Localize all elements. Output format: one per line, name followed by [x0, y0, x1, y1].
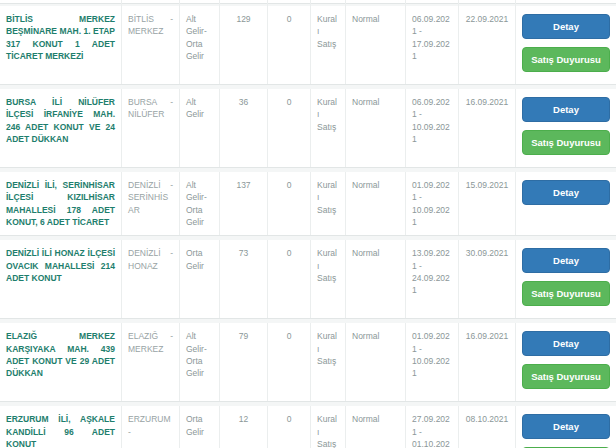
sale-type-cell: Kuralı Satış: [310, 89, 345, 167]
draw-date-cell: 16.09.2021: [458, 89, 515, 167]
detail-button[interactable]: Detay: [522, 248, 610, 273]
project-name-link[interactable]: BURSA İLİ NİLÜFER İLÇESİ İRFANİYE MAH. 2…: [0, 89, 121, 167]
category-cell: Normal: [345, 6, 405, 84]
detail-button[interactable]: Detay: [522, 180, 610, 205]
application-dates-cell: 13.09.2021 - 24.09.2021: [405, 240, 458, 318]
total-units-cell: 129: [219, 6, 267, 84]
total-units-cell: 137: [219, 172, 267, 235]
city-district-cell: BURSA - NİLÜFER: [121, 89, 179, 167]
table-row-partial: [0, 0, 616, 4]
detail-button[interactable]: Detay: [522, 414, 610, 439]
total-units-cell: 79: [219, 323, 267, 401]
actions-cell: Detay Satış Duyurusu: [515, 89, 616, 167]
housing-projects-table: BİTLİS MERKEZ BEŞMİNARE MAH. 1. ETAP 317…: [0, 0, 616, 448]
income-group-cell: Orta Gelir: [179, 406, 219, 448]
actions-cell: Detay: [515, 172, 616, 235]
category-cell: Normal: [345, 406, 405, 448]
sale-type-cell: Kuralı Satış: [310, 406, 345, 448]
income-group-cell: Alt Gelir-Orta Gelir: [179, 6, 219, 84]
sale-announcement-button[interactable]: Satış Duyurusu: [522, 130, 610, 155]
sale-type-cell: Kuralı Satış: [310, 172, 345, 235]
project-name-link[interactable]: DENİZLİ İLİ, SERİNHİSAR İLÇESİ KIZILHİSA…: [0, 172, 121, 235]
category-cell: Normal: [345, 89, 405, 167]
city-district-cell: ERZURUM -: [121, 406, 179, 448]
detail-button[interactable]: Detay: [522, 14, 610, 39]
remaining-units-cell: 0: [267, 172, 310, 235]
table-row: BİTLİS MERKEZ BEŞMİNARE MAH. 1. ETAP 317…: [0, 6, 616, 85]
income-group-cell: Alt Gelir-Orta Gelir: [179, 172, 219, 235]
draw-date-cell: 30.09.2021: [458, 240, 515, 318]
category-cell: Normal: [345, 240, 405, 318]
city-district-cell: BİTLİS - MERKEZ: [121, 6, 179, 84]
draw-date-cell: 22.09.2021: [458, 6, 515, 84]
draw-date-cell: 15.09.2021: [458, 172, 515, 235]
total-units-cell: 36: [219, 89, 267, 167]
actions-cell: Detay Satış Duyurusu: [515, 240, 616, 318]
sale-announcement-button[interactable]: Satış Duyurusu: [522, 364, 610, 389]
actions-cell: Detay Satış Duyurusu: [515, 6, 616, 84]
income-group-cell: Orta Gelir: [179, 240, 219, 318]
project-name-link[interactable]: DENİZLİ İLİ HONAZ İLÇESİ OVACIK MAHALLES…: [0, 240, 121, 318]
table-row: DENİZLİ İLİ HONAZ İLÇESİ OVACIK MAHALLES…: [0, 240, 616, 319]
city-district-cell: DENİZLİ - HONAZ: [121, 240, 179, 318]
actions-cell: Detay Satış Duyurusu: [515, 406, 616, 448]
remaining-units-cell: 0: [267, 406, 310, 448]
application-dates-cell: 01.09.2021 - 10.09.2021: [405, 323, 458, 401]
application-dates-cell: 06.09.2021 - 17.09.2021: [405, 6, 458, 84]
remaining-units-cell: 0: [267, 323, 310, 401]
category-cell: Normal: [345, 323, 405, 401]
income-group-cell: Alt Gelir-Orta Gelir: [179, 323, 219, 401]
table-row: ERZURUM İLİ, AŞKALE KANDİLLİ 96 ADET KON…: [0, 406, 616, 448]
table-body: BİTLİS MERKEZ BEŞMİNARE MAH. 1. ETAP 317…: [0, 6, 616, 448]
total-units-cell: 73: [219, 240, 267, 318]
actions-cell: Detay Satış Duyurusu: [515, 323, 616, 401]
remaining-units-cell: 0: [267, 240, 310, 318]
sale-announcement-button[interactable]: Satış Duyurusu: [522, 281, 610, 306]
table-row: BURSA İLİ NİLÜFER İLÇESİ İRFANİYE MAH. 2…: [0, 89, 616, 168]
city-district-cell: DENİZLİ - SERİNHİSAR: [121, 172, 179, 235]
application-dates-cell: 06.09.2021 - 10.09.2021: [405, 89, 458, 167]
draw-date-cell: 16.09.2021: [458, 323, 515, 401]
draw-date-cell: 08.10.2021: [458, 406, 515, 448]
total-units-cell: 12: [219, 406, 267, 448]
project-name-link[interactable]: ERZURUM İLİ, AŞKALE KANDİLLİ 96 ADET KON…: [0, 406, 121, 448]
city-district-cell: ELAZIĞ - MERKEZ: [121, 323, 179, 401]
project-name-link[interactable]: BİTLİS MERKEZ BEŞMİNARE MAH. 1. ETAP 317…: [0, 6, 121, 84]
sale-type-cell: Kuralı Satış: [310, 323, 345, 401]
table-row: ELAZIĞ MERKEZ KARŞIYAKA MAH. 439 ADET KO…: [0, 323, 616, 402]
remaining-units-cell: 0: [267, 6, 310, 84]
remaining-units-cell: 0: [267, 89, 310, 167]
application-dates-cell: 27.09.2021 - 01.10.2021: [405, 406, 458, 448]
application-dates-cell: 01.09.2021 - 10.09.2021: [405, 172, 458, 235]
sale-type-cell: Kuralı Satış: [310, 6, 345, 84]
detail-button[interactable]: Detay: [522, 97, 610, 122]
table-row: DENİZLİ İLİ, SERİNHİSAR İLÇESİ KIZILHİSA…: [0, 172, 616, 236]
sale-announcement-button[interactable]: Satış Duyurusu: [522, 47, 610, 72]
category-cell: Normal: [345, 172, 405, 235]
detail-button[interactable]: Detay: [522, 331, 610, 356]
project-name-link[interactable]: ELAZIĞ MERKEZ KARŞIYAKA MAH. 439 ADET KO…: [0, 323, 121, 401]
sale-type-cell: Kuralı Satış: [310, 240, 345, 318]
income-group-cell: Alt Gelir: [179, 89, 219, 167]
